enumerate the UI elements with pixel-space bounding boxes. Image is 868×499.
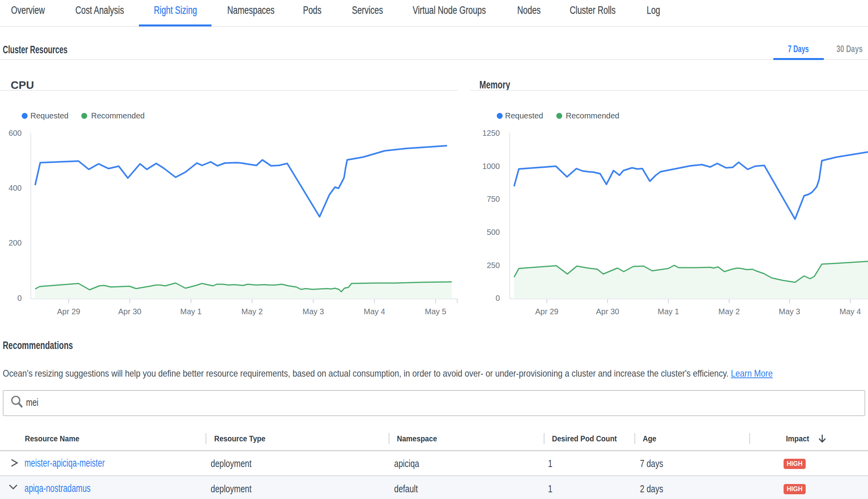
svg-text:May 4: May 4: [364, 307, 385, 316]
svg-text:May 3: May 3: [779, 307, 800, 316]
svg-text:750: 750: [487, 195, 500, 203]
svg-text:1250: 1250: [483, 129, 500, 137]
svg-text:Apr 30: Apr 30: [118, 307, 142, 316]
svg-text:600: 600: [9, 129, 22, 137]
svg-text:May 2: May 2: [718, 307, 740, 316]
svg-text:Apr 29: Apr 29: [57, 307, 80, 316]
svg-text:May 1: May 1: [658, 307, 679, 316]
svg-text:0: 0: [496, 294, 500, 302]
svg-text:Apr 30: Apr 30: [596, 307, 619, 316]
svg-text:May 2: May 2: [241, 307, 263, 316]
svg-text:400: 400: [9, 184, 22, 192]
svg-text:May 1: May 1: [180, 307, 202, 316]
svg-text:May 5: May 5: [425, 307, 446, 316]
svg-text:May 3: May 3: [303, 307, 324, 316]
svg-text:May 4: May 4: [840, 307, 861, 316]
svg-text:250: 250: [487, 261, 500, 270]
svg-text:1000: 1000: [483, 162, 500, 171]
svg-text:Apr 29: Apr 29: [535, 307, 559, 316]
svg-text:200: 200: [9, 238, 22, 247]
svg-text:500: 500: [487, 228, 500, 236]
svg-text:0: 0: [17, 294, 22, 302]
